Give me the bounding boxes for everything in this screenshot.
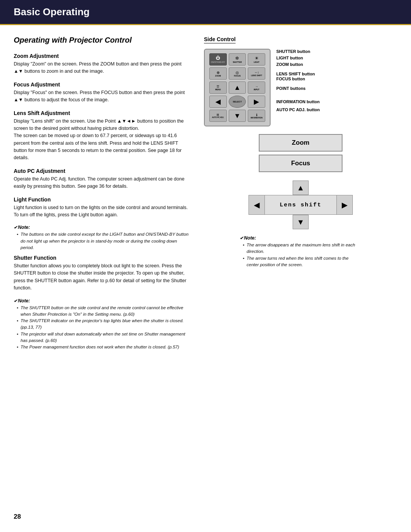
focus-label-btn: FOCUS [234, 75, 241, 77]
right-arrow-icon: ▶ [254, 97, 259, 106]
power-label: ON/STAND-BY [211, 61, 225, 64]
right-note: Note: The arrow disappears at the maximu… [240, 235, 362, 268]
note-2-item-3: The Power management function does not w… [17, 344, 189, 350]
subsection-autopc: Auto PC Adjustment Operate the Auto PC A… [14, 168, 189, 190]
zoom-label: ZOOM [215, 75, 221, 77]
zoom-display-box: Zoom [259, 134, 342, 152]
lens-shift-btn-label: LENS SHIFT button [276, 72, 315, 76]
right-note-item-1: The arrow turns red when the lens shift … [243, 255, 362, 268]
note-2-item-0: The SHUTTER button on the side control a… [17, 305, 189, 318]
zoom-title: Zoom Adjustment [14, 53, 189, 59]
focus-display-box: Focus [259, 155, 342, 172]
information-label: INFORMATION [250, 117, 262, 119]
right-note-title: Note: [240, 235, 362, 241]
note-1-list: The buttons on the side control except f… [14, 231, 189, 251]
page-body: Operating with Projector Control Zoom Ad… [0, 25, 411, 368]
right-arrow-button[interactable]: ▶ [248, 96, 265, 108]
note-1-title: Note: [14, 225, 189, 230]
light-button[interactable]: ☀ LIGHT [248, 53, 265, 66]
autopc-body: Operate the Auto PC Adj. function. The c… [14, 176, 189, 190]
page-title: Basic Operating [14, 6, 397, 18]
shutter-body: Shutter function allows you to completel… [14, 262, 189, 292]
zoom-body: Display "Zoom" on the screen. Press the … [14, 61, 189, 75]
lens-shift-box: Lens shift [264, 195, 337, 215]
side-control-title: Side Control [204, 36, 236, 43]
focus-body: Display "Focus" on the screen. Press the… [14, 89, 189, 104]
left-arrow-button[interactable]: ◀ [209, 96, 227, 108]
ls-down-arrow: ▼ [293, 215, 309, 229]
auto-pc-adj-button[interactable]: ⊞ AUTO PC ADJ. [209, 110, 227, 122]
light-title: Light Function [14, 197, 189, 203]
information-button[interactable]: ℹ INFORMATION [248, 110, 265, 122]
zoom-btn-label: ZOOM button [276, 62, 303, 67]
focus-btn-label: FOCUS button [276, 77, 305, 81]
right-note-item-0: The arrow disappears at the maximum lens… [243, 242, 362, 255]
note-2-title: Note: [14, 298, 189, 304]
zoom-button[interactable]: ⊕ ZOOM [209, 67, 227, 80]
page-header: Basic Operating [0, 0, 411, 25]
right-column: Side Control ⏻ ON/STAND-BY ✲ [200, 36, 397, 354]
side-control-section: Side Control ⏻ ON/STAND-BY ✲ [204, 36, 397, 126]
right-note-list: The arrow disappears at the maximum lens… [240, 242, 362, 268]
shutter-button[interactable]: ✲ SHUTTER [229, 53, 246, 66]
focus-display-label: Focus [291, 160, 310, 167]
section-title: Operating with Projector Control [14, 36, 189, 45]
light-body: Light function is used to turn on the li… [14, 204, 189, 219]
lens-title: Lens Shift Adjustment [14, 110, 189, 116]
focus-button[interactable]: ◎ FOCUS [229, 67, 246, 80]
note-1-item-0: The buttons on the side control except f… [17, 231, 189, 251]
power-button[interactable]: ⏻ ON/STAND-BY [209, 53, 227, 66]
menu-label: MENU [215, 88, 221, 91]
ls-up-arrow: ▲ [293, 181, 309, 195]
note-block-1: Note: The buttons on the side control ex… [14, 225, 189, 251]
left-column: Operating with Projector Control Zoom Ad… [14, 36, 200, 354]
page-number: 28 [14, 513, 21, 521]
select-button[interactable]: SELECT [229, 96, 246, 108]
subsection-light: Light Function Light function is used to… [14, 197, 189, 219]
subsection-lens: Lens Shift Adjustment Display "Lens shif… [14, 110, 189, 162]
lens-shift-diagram: ▲ ◀ Lens shift ▶ ▼ [249, 181, 353, 229]
note-block-2: Note: The SHUTTER button on the side con… [14, 298, 189, 351]
lens-body: Display "Lens shift" on the screen. Use … [14, 118, 189, 162]
shutter-btn-label: SHUTTER button [276, 49, 310, 54]
shutter-title: Shutter Function [14, 255, 189, 261]
subsection-focus: Focus Adjustment Display "Focus" on the … [14, 81, 189, 104]
down-arrow-icon: ▼ [234, 112, 241, 120]
auto-pc-adj-btn-label: AUTO PC ADJ. button [276, 107, 320, 112]
ls-right-arrow: ▶ [337, 195, 353, 215]
lens-shift-text: Lens shift [280, 202, 322, 208]
note-2-list: The SHUTTER button on the side control a… [14, 305, 189, 351]
shutter-label: SHUTTER [233, 61, 242, 63]
subsection-shutter: Shutter Function Shutter function allows… [14, 255, 189, 292]
ls-left-arrow: ◀ [249, 195, 264, 215]
light-btn-label: LIGHT button [276, 56, 303, 60]
point-btns-label: POINT buttons [276, 86, 306, 91]
information-btn-label: INFORMATION button [276, 99, 320, 104]
menu-button[interactable]: ☰ MENU [209, 81, 227, 94]
lens-shift-button[interactable]: ↔↕ LENS SHIFT [248, 67, 265, 80]
down-arrow-button[interactable]: ▼ [229, 110, 246, 122]
subsection-zoom: Zoom Adjustment Display "Zoom" on the sc… [14, 53, 189, 75]
left-arrow-icon: ◀ [215, 97, 221, 106]
note-2-item-1: The SHUTTER indicator on the projector's… [17, 318, 189, 331]
zoom-display-label: Zoom [292, 139, 309, 147]
select-label: SELECT [233, 101, 242, 103]
lens-shift-label: LENS SHIFT [251, 74, 262, 77]
light-label: LIGHT [254, 61, 260, 63]
input-label: INPUT [254, 88, 260, 91]
autopc-title: Auto PC Adjustment [14, 168, 189, 174]
input-button[interactable]: → INPUT [248, 81, 265, 94]
up-arrow-button[interactable]: ▲ [229, 81, 246, 94]
focus-title: Focus Adjustment [14, 81, 189, 88]
note-2-item-2: The projector will shut down automatical… [17, 331, 189, 344]
auto-pc-label: AUTO PC ADJ. [212, 117, 224, 118]
up-arrow-icon: ▲ [234, 84, 241, 92]
